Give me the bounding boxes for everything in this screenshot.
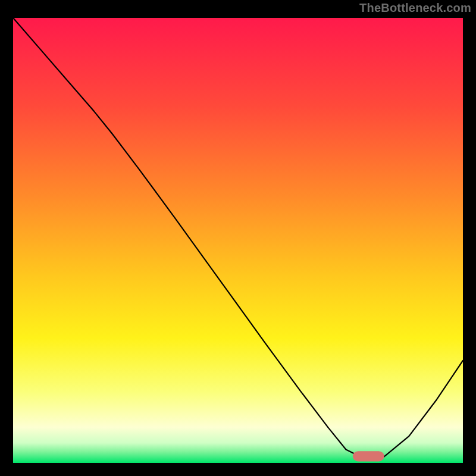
plot-svg — [13, 18, 463, 463]
bottleneck-plot — [13, 18, 463, 463]
watermark-text: TheBottleneck.com — [359, 1, 471, 15]
sweet-spot-marker — [353, 451, 384, 461]
chart-frame: TheBottleneck.com — [0, 0, 476, 476]
gradient-rect — [13, 18, 463, 463]
